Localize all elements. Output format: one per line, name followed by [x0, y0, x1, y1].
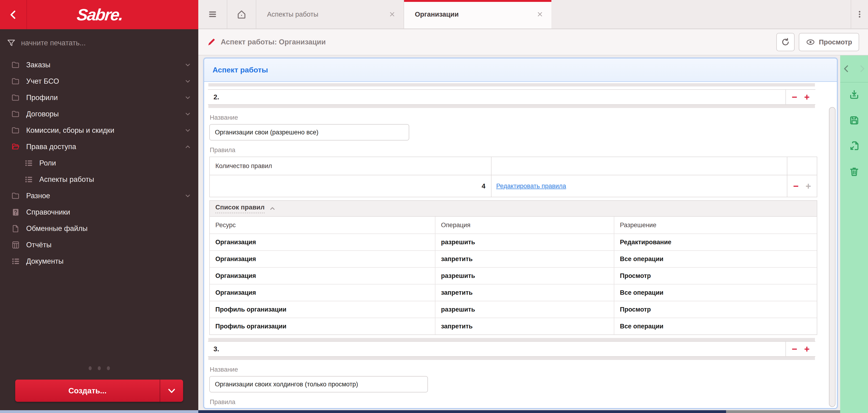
rules-list-toggle[interactable]: Список правил [215, 203, 265, 213]
kebab-icon [855, 9, 864, 19]
file-icon [11, 224, 20, 233]
remove-section-button[interactable]: − [792, 92, 797, 102]
list-icon [24, 175, 33, 184]
chevron-up-icon[interactable] [269, 205, 276, 212]
chevron-left-icon[interactable] [841, 64, 851, 74]
chevron-down-icon [184, 192, 191, 199]
chevron-left-icon [8, 9, 19, 20]
sidebar-item-access-rights[interactable]: Права доступа [0, 138, 198, 155]
sidebar-filter [0, 29, 198, 57]
tab-work-aspects[interactable]: Аспекты работы [256, 0, 404, 29]
decrement-rules-button[interactable]: − [793, 181, 799, 191]
edit-pencil-icon [207, 37, 216, 47]
folder-icon [11, 191, 20, 200]
download-button[interactable] [848, 89, 860, 100]
add-section-button[interactable]: + [804, 92, 810, 102]
rules-count-header: Количество правил [210, 157, 492, 175]
increment-rules-button[interactable]: + [806, 181, 811, 191]
sidebar-item-contracts[interactable]: Договоры [0, 106, 198, 122]
sidebar-menu: Заказы Учет БСО Профили Договоры Комисси [0, 57, 198, 269]
create-button[interactable]: Создать... [15, 380, 183, 402]
row-divider [208, 105, 815, 108]
create-dropdown-button[interactable] [160, 380, 183, 402]
chevron-down-icon [184, 127, 191, 134]
section-3-name-input[interactable] [209, 376, 428, 392]
add-section-button[interactable]: + [804, 344, 810, 354]
home-button[interactable] [227, 0, 256, 29]
sidebar-filter-input[interactable] [21, 39, 161, 47]
sidebar-item-reports[interactable]: Отчёты [0, 237, 198, 253]
sidebar-item-directories[interactable]: Справочники [0, 204, 198, 220]
folder-icon [11, 109, 20, 119]
table-row: Организация разрешить Редактирование [210, 233, 817, 250]
section-number: 2. [208, 90, 785, 104]
panel-scrollbar[interactable] [829, 107, 836, 407]
filter-icon [6, 38, 16, 48]
panel-header: Аспект работы [204, 58, 837, 82]
sidebar-item-misc[interactable]: Разное [0, 188, 198, 204]
rules-count-table: Количество правил 4 Редактировать правил… [209, 157, 817, 197]
rules-count-table-partial [209, 408, 817, 409]
tab-bar: Аспекты работы Организации [198, 0, 868, 29]
delete-trash-button[interactable] [848, 166, 860, 178]
app-window: Sabre. Заказы Учет БСО Профили [0, 0, 868, 413]
table-row: Организация запретить Все операции [210, 284, 817, 301]
page-title-bar: Аспект работы: Организации Просмотр [198, 29, 868, 55]
folder-icon [11, 126, 20, 135]
sidebar-resize-handle[interactable] [89, 366, 110, 370]
sabre-logo: Sabre. [27, 0, 198, 29]
hamburger-menu-button[interactable] [198, 0, 227, 29]
section-2-name-input[interactable] [209, 124, 409, 140]
tab-organizations[interactable]: Организации [404, 0, 551, 29]
close-icon[interactable] [536, 11, 544, 18]
remove-section-button[interactable]: − [792, 344, 797, 354]
chevron-down-icon [184, 78, 191, 85]
folder-icon [11, 93, 20, 102]
export-file-button[interactable] [848, 140, 860, 152]
folder-icon [11, 61, 20, 69]
save-button[interactable] [848, 115, 860, 126]
collapse-sidebar-button[interactable] [0, 0, 27, 29]
refresh-button[interactable] [776, 33, 795, 51]
section-3-row: 3. − + [208, 341, 815, 357]
rules-list-table: Ресурс Операция Разрешение Организация р… [209, 217, 817, 335]
sidebar-item-bso[interactable]: Учет БСО [0, 73, 198, 90]
sidebar-item-work-aspects[interactable]: Аспекты работы [0, 171, 198, 188]
table-row: Организация запретить Все операции [210, 250, 817, 267]
chevron-down-icon [184, 110, 191, 118]
rules-count-controls: − + [787, 175, 817, 197]
content-area: Аспект работы 2. − + [198, 55, 868, 413]
rules-count-value: 4 [210, 175, 492, 197]
home-icon [236, 9, 247, 20]
chevron-down-icon [184, 94, 191, 101]
name-label: Название [210, 114, 815, 121]
main-area: Аспекты работы Организации [198, 0, 868, 413]
sidebar-item-orders[interactable]: Заказы [0, 57, 198, 73]
sidebar-item-exchange-files[interactable]: Обменные файлы [0, 220, 198, 237]
chevron-right-icon[interactable] [857, 64, 867, 74]
sidebar-item-documents[interactable]: Документы [0, 253, 198, 269]
section-2-row: 2. − + [208, 89, 815, 105]
work-aspect-panel: Аспект работы 2. − + [204, 58, 838, 409]
row-divider [208, 338, 815, 341]
tabbar-spacer [551, 0, 851, 29]
view-button[interactable]: Просмотр [799, 33, 859, 51]
table-row: Профиль организации разрешить Просмотр [210, 301, 817, 318]
book-question-icon [11, 208, 20, 217]
edit-rules-link[interactable]: Редактировать правила [496, 183, 566, 190]
eye-icon [806, 37, 815, 47]
rules-label: Правила [210, 399, 815, 406]
report-grid-icon [11, 241, 20, 249]
row-divider [208, 83, 815, 87]
row-divider [208, 357, 815, 360]
action-rail [840, 55, 868, 413]
sidebar-item-profiles[interactable]: Профили [0, 90, 198, 106]
page-title: Аспект работы: Организации [221, 38, 772, 46]
tab-overflow-menu-button[interactable] [851, 0, 868, 29]
list-icon [11, 257, 20, 266]
panel-body: 2. − + Название Правила Коли [204, 82, 837, 409]
sidebar-item-roles[interactable]: Роли [0, 155, 198, 171]
close-icon[interactable] [389, 11, 396, 18]
table-row: Профиль организации запретить Все операц… [210, 318, 817, 335]
sidebar-item-commissions[interactable]: Комиссии, сборы и скидки [0, 122, 198, 138]
